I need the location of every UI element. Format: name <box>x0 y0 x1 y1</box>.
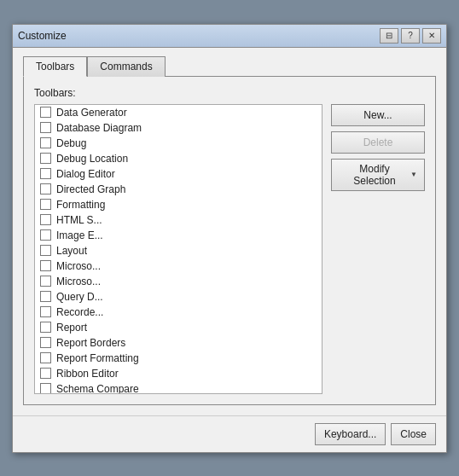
list-item[interactable]: Ribbon Editor <box>35 366 322 381</box>
list-item[interactable]: Data Generator <box>35 105 322 120</box>
checkbox[interactable] <box>40 199 51 210</box>
checkbox[interactable] <box>40 322 51 333</box>
list-item[interactable]: Recorde... <box>35 305 322 320</box>
checkbox[interactable] <box>40 168 51 179</box>
minimize-button[interactable]: ⊟ <box>380 28 398 44</box>
list-item[interactable]: Layout <box>35 243 322 258</box>
checkbox[interactable] <box>40 276 51 287</box>
checkbox[interactable] <box>40 291 51 302</box>
list-item[interactable]: Schema Compare <box>35 381 322 394</box>
checkbox[interactable] <box>40 383 51 394</box>
toolbar-list[interactable]: Data Generator Database Diagram Debug De… <box>34 104 322 394</box>
list-item[interactable]: Debug Location <box>35 151 322 166</box>
help-button[interactable]: ? <box>401 28 420 44</box>
dropdown-arrow-icon: ▼ <box>410 171 417 178</box>
checkbox[interactable] <box>40 306 51 317</box>
list-item[interactable]: Microso... <box>35 258 322 274</box>
tab-content: Toolbars: Data Generator Database Diagra… <box>23 76 436 405</box>
list-item[interactable]: Microso... <box>35 274 322 289</box>
checkbox[interactable] <box>40 122 51 133</box>
list-item[interactable]: Formatting <box>35 197 322 212</box>
delete-button[interactable]: Delete <box>331 131 425 154</box>
keyboard-button[interactable]: Keyboard... <box>315 423 386 445</box>
bottom-bar: Keyboard... Close <box>13 415 446 452</box>
checkbox[interactable] <box>40 245 51 256</box>
checkbox[interactable] <box>40 368 51 379</box>
checkbox[interactable] <box>40 137 51 148</box>
toolbars-label: Toolbars: <box>34 87 425 99</box>
checkbox[interactable] <box>40 153 51 164</box>
list-item[interactable]: Database Diagram <box>35 120 322 136</box>
tab-toolbars[interactable]: Toolbars <box>23 56 87 77</box>
checkbox[interactable] <box>40 107 51 118</box>
title-bar-buttons: ⊟ ? ✕ <box>380 28 441 44</box>
list-item[interactable]: Report Formatting <box>35 351 322 366</box>
window-body: Toolbars Commands Toolbars: Data Generat… <box>13 48 446 415</box>
tab-commands[interactable]: Commands <box>87 56 165 77</box>
list-item[interactable]: Directed Graph <box>35 182 322 197</box>
checkbox[interactable] <box>40 352 51 363</box>
checkbox[interactable] <box>40 229 51 241</box>
list-item[interactable]: Query D... <box>35 289 322 305</box>
list-item[interactable]: Dialog Editor <box>35 166 322 182</box>
list-item[interactable]: Debug <box>35 136 322 151</box>
close-main-button[interactable]: Close <box>391 423 436 445</box>
window-title: Customize <box>18 30 67 42</box>
title-bar: Customize ⊟ ? ✕ <box>13 25 446 48</box>
content-area: Data Generator Database Diagram Debug De… <box>34 104 425 394</box>
main-window: Customize ⊟ ? ✕ Toolbars Commands Toolba… <box>12 24 447 453</box>
close-button[interactable]: ✕ <box>422 28 441 44</box>
list-item[interactable]: Report <box>35 320 322 335</box>
checkbox[interactable] <box>40 260 51 271</box>
list-item[interactable]: Image E... <box>35 228 322 243</box>
buttons-panel: New... Delete Modify Selection ▼ <box>331 104 425 394</box>
checkbox[interactable] <box>40 214 51 225</box>
tab-bar: Toolbars Commands <box>23 56 436 77</box>
new-button[interactable]: New... <box>331 104 425 126</box>
list-item[interactable]: HTML S... <box>35 212 322 228</box>
checkbox[interactable] <box>40 183 51 194</box>
modify-selection-button[interactable]: Modify Selection ▼ <box>331 159 425 191</box>
checkbox[interactable] <box>40 337 51 348</box>
list-item[interactable]: Report Borders <box>35 335 322 351</box>
